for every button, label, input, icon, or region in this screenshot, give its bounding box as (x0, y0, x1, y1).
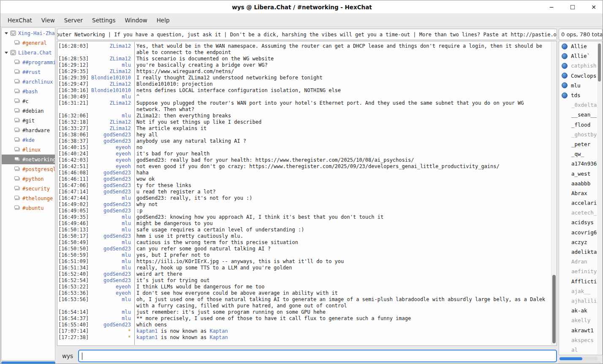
user-row-a174n936[interactable]: a174n936 (559, 159, 602, 168)
chat-vertical-scrollbar[interactable] (551, 42, 556, 345)
menu-hexchat[interactable]: HexChat (3, 15, 37, 26)
userlist-vertical-scrollbar[interactable] (597, 42, 602, 354)
nick-label[interactable]: eyeoh (90, 284, 131, 290)
user-row-accelario[interactable]: accelario (559, 198, 602, 208)
tree-channel--c[interactable]: #c (2, 96, 55, 106)
nick-label[interactable]: godSend23 (90, 138, 131, 144)
menu-help[interactable]: Help (152, 15, 174, 26)
nick-label[interactable]: godSend23 (90, 182, 131, 189)
tree-channel--general[interactable]: #general (2, 38, 55, 48)
nick-label[interactable]: mlu (90, 220, 131, 227)
nick-label[interactable]: ZLima12 (90, 68, 131, 75)
user-row-akrawt1[interactable]: akrawt1 (559, 325, 602, 335)
nick-label[interactable]: mlu (90, 265, 131, 271)
user-row-aefinity[interactable]: aefinity (559, 266, 602, 276)
user-row-aczyz[interactable]: aczyz (559, 237, 602, 247)
tree-channel--postgresql[interactable]: #postgresql (2, 164, 55, 174)
user-row-akspecs[interactable]: akspecs (559, 335, 602, 345)
nick-label[interactable]: godSend23 (90, 246, 131, 252)
tree-channel--python[interactable]: #python (2, 174, 55, 184)
user-row--qw-[interactable]: _qw_ (559, 149, 602, 159)
tree-network-libera-chat[interactable]: Libera.Chat (2, 48, 55, 57)
user-row-cowclops-[interactable]: Cowclops` (559, 71, 602, 81)
nick-label[interactable]: mlu (90, 62, 131, 68)
maximize-button[interactable]: ☐ (569, 4, 576, 11)
user-row--sean-[interactable]: __sean__ (559, 110, 602, 120)
user-row-allie[interactable]: Allie (559, 41, 602, 51)
tree-channel--programming[interactable]: ##programming (2, 57, 55, 67)
user-row-acidsys[interactable]: acidsys (559, 217, 602, 227)
nick-label[interactable]: eyeoh (90, 163, 131, 170)
tree-channel--ubuntu[interactable]: #ubuntu (2, 203, 55, 213)
user-row-ajak-[interactable]: ajak__ (559, 286, 602, 296)
nick-label[interactable]: Blondie101010 (90, 87, 131, 94)
user-row--peter[interactable]: _peter (559, 139, 602, 149)
nick-label[interactable]: Blondie101010 (90, 75, 131, 81)
user-row-catphish[interactable]: catphish (559, 61, 602, 71)
nick-label[interactable]: mlu (90, 239, 131, 246)
user-row-al[interactable]: al (559, 345, 602, 355)
nick-label[interactable]: godSend23 (90, 189, 131, 195)
tree-channel--security[interactable]: #security (2, 184, 55, 193)
nick-label[interactable]: mlu (90, 252, 131, 258)
nick-label[interactable]: godSend23 (90, 201, 131, 208)
tree-channel--archlinux[interactable]: #archlinux (2, 77, 55, 87)
message-input[interactable] (78, 350, 557, 362)
nick-label[interactable]: godSend23 (90, 208, 131, 214)
user-row--flood[interactable]: _flood (559, 120, 602, 130)
nick-label[interactable]: mlu (90, 258, 131, 265)
nick-label[interactable]: * (90, 334, 131, 341)
tree-network-xing-hai-zhan[interactable]: Xing-Hai-Zhan (2, 28, 55, 38)
menu-view[interactable]: View (37, 15, 60, 26)
nick-label[interactable]: godSend23 (90, 132, 131, 138)
nick-label[interactable]: ZLima12 (90, 119, 131, 125)
user-row-tds[interactable]: tds (559, 90, 602, 100)
tree-channel--networking[interactable]: #networking (2, 155, 55, 164)
user-row-ajhalili2[interactable]: ajhalili2 (559, 296, 602, 306)
user-row-a-west[interactable]: a_west (559, 168, 602, 178)
user-row-ak-ak[interactable]: ak-ak (559, 306, 602, 315)
tree-channel--linux[interactable]: #linux (2, 145, 55, 155)
expander-arrow-icon[interactable] (3, 51, 9, 54)
nick-label[interactable]: godSend23 (90, 322, 131, 328)
tree-channel--debian[interactable]: #debian (2, 106, 55, 116)
close-button[interactable]: ✕ (590, 4, 598, 11)
user-row-afflictio[interactable]: Afflictio (559, 277, 602, 286)
nick-label[interactable]: eyeoh (90, 144, 131, 151)
nick-label[interactable]: godSend23 (90, 233, 131, 239)
nick-label[interactable]: eyeoh (90, 290, 131, 296)
menu-settings[interactable]: Settings (87, 15, 120, 26)
user-row-akelly[interactable]: akelly (559, 315, 602, 325)
nick-label[interactable]: eyeoh (90, 157, 131, 163)
user-row-acovrig60[interactable]: acovrig60 (559, 228, 602, 237)
nick-label[interactable]: mlu (90, 113, 131, 119)
nick-label[interactable]: eyeoh (90, 151, 131, 157)
userlist-horizontal-scrollbar[interactable] (559, 357, 598, 361)
tree-channel--hardware[interactable]: #hardware (2, 125, 55, 135)
nick-label[interactable]: godSend23 (90, 277, 131, 284)
tree-channel--git[interactable]: #git (2, 116, 55, 125)
expander-arrow-icon[interactable] (3, 32, 9, 35)
nick-label[interactable]: ZLima12 (90, 56, 131, 62)
nick-label[interactable]: ZLima12 (90, 81, 131, 87)
chat-vscroll-thumb[interactable] (552, 275, 556, 343)
userlist-vscroll-thumb[interactable] (598, 43, 601, 81)
nick-label[interactable]: mlu (90, 94, 131, 100)
userlist-hscroll-thumb[interactable] (560, 357, 582, 360)
tree-channel--kde[interactable]: #kde (2, 135, 55, 145)
nick-label[interactable]: godSend23 (90, 176, 131, 182)
user-row-acetech-[interactable]: acetech_ (559, 208, 602, 217)
tree-channel--rust[interactable]: ##rust (2, 67, 55, 77)
nick-label[interactable]: mlu (90, 195, 131, 201)
nick-label[interactable]: ZLima12 (90, 125, 131, 132)
user-row--ghostbyt[interactable]: _ghostbyt (559, 130, 602, 139)
nick-label[interactable]: godSend23 (90, 271, 131, 277)
user-row-abrax[interactable]: Abrax (559, 188, 602, 198)
nick-label[interactable]: ZLima12 (90, 43, 131, 56)
menu-server[interactable]: Server (60, 15, 87, 26)
topic-bar[interactable]: outer Networking | If you have a questio… (57, 29, 557, 40)
user-row-aaabbb[interactable]: aaabbb (559, 179, 602, 188)
nick-label[interactable]: mlu (90, 214, 131, 220)
user-row-adran[interactable]: Adran (559, 257, 602, 266)
userlist-horizontal-scrollbar-2[interactable] (559, 362, 601, 364)
